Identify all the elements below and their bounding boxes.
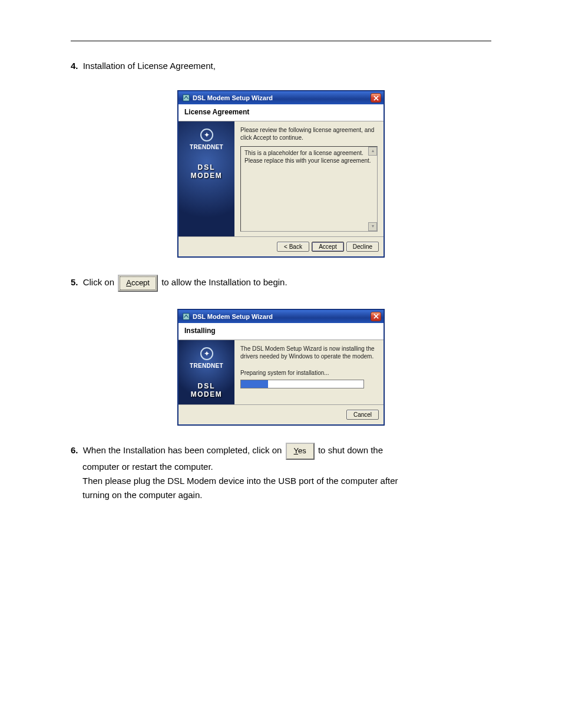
yes-button-inline[interactable]: Yes — [286, 443, 315, 460]
step-6-line3: Then please plug the DSL Modem device in… — [82, 474, 491, 488]
license-textarea[interactable]: This is a placeholder for a license agre… — [240, 146, 378, 232]
titlebar-2: DSL Modem Setup Wizard — [178, 310, 384, 323]
step-6-line4: turning on the computer again. — [82, 488, 491, 502]
brand-sidebar-2: ✦ TRENDNET DSL MODEM — [178, 340, 234, 404]
license-intro: Please review the following license agre… — [240, 126, 378, 141]
step-num-4: 4. — [71, 61, 78, 71]
close-icon-2[interactable] — [371, 312, 381, 321]
step-6-pre: When the Installation has been completed… — [83, 445, 285, 455]
dialog-installing: DSL Modem Setup Wizard Installing ✦ TREN… — [178, 309, 384, 425]
step-4: 4. Installation of License Agreement, — [71, 59, 491, 73]
scroll-down-icon[interactable]: ▾ — [368, 222, 377, 231]
progress-bar — [240, 380, 364, 388]
step-5-pre: Click on — [83, 277, 117, 287]
brand-product-2b: MODEM — [181, 390, 232, 398]
dialog-heading: License Agreement — [178, 104, 384, 121]
decline-button[interactable]: Decline — [346, 242, 379, 252]
step-num-5: 5. — [71, 277, 78, 287]
button-row-2: Cancel — [178, 404, 384, 424]
brand-product-1b: DSL — [181, 382, 232, 390]
brand-sidebar: ✦ TRENDNET DSL MODEM — [178, 121, 234, 236]
dialog-heading-2: Installing — [178, 323, 384, 340]
step-6: 6. When the Installation has been comple… — [71, 443, 491, 502]
dialog-title: DSL Modem Setup Wizard — [193, 94, 273, 101]
brand-name: TRENDNET — [181, 144, 232, 150]
step-4-text: Installation of License Agreement, — [83, 61, 216, 71]
app-icon-2 — [182, 312, 190, 321]
step-6-post: to shut down the — [318, 445, 383, 455]
dialog-title-2: DSL Modem Setup Wizard — [193, 313, 273, 320]
step-num-6: 6. — [71, 445, 78, 455]
globe-icon-2: ✦ — [200, 347, 213, 360]
install-intro: The DSL Modem Setup Wizard is now instal… — [240, 345, 378, 360]
step-5-post: to allow the Installation to begin. — [161, 277, 287, 287]
install-status: Preparing system for installation... — [240, 370, 378, 376]
titlebar: DSL Modem Setup Wizard — [178, 91, 384, 104]
brand-product-1: DSL — [181, 163, 232, 172]
step-6-line2: computer or restart the computer. — [82, 460, 491, 474]
step-5: 5. Click on Accept to allow the Installa… — [71, 275, 491, 292]
cancel-button[interactable]: Cancel — [346, 410, 379, 420]
back-button[interactable]: < Back — [277, 242, 309, 252]
dialog-license: DSL Modem Setup Wizard License Agreement… — [178, 91, 384, 257]
accept-button[interactable]: Accept — [312, 242, 344, 252]
close-icon[interactable] — [371, 93, 381, 103]
globe-icon: ✦ — [200, 129, 213, 141]
brand-name-2: TRENDNET — [181, 363, 232, 369]
license-text: This is a placeholder for a license agre… — [244, 150, 371, 164]
svg-rect-1 — [183, 314, 190, 320]
page-header-rule — [71, 24, 491, 41]
svg-rect-0 — [183, 95, 190, 101]
progress-fill — [241, 380, 268, 388]
accept-button-inline[interactable]: Accept — [118, 275, 158, 292]
brand-product-2: MODEM — [181, 172, 232, 180]
app-icon — [182, 94, 190, 102]
scroll-up-icon[interactable]: ▴ — [368, 147, 377, 156]
button-row: < Back Accept Decline — [178, 236, 384, 256]
